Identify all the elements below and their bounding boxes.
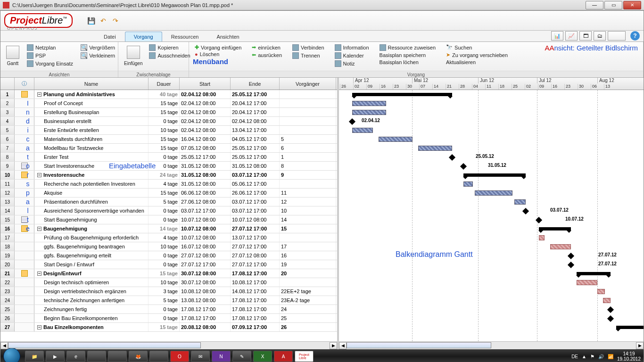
insert-task-button[interactable]: ✚Vorgang einfügen <box>193 44 243 51</box>
table-row[interactable]: 8Erster Test0 tage25.05.12 17:0025.05.12… <box>0 153 337 162</box>
view-icon-2[interactable]: 📈 <box>565 31 578 41</box>
tray-flag-icon[interactable]: ⚑ <box>590 354 594 359</box>
close-button[interactable]: ✕ <box>623 1 641 9</box>
info-button[interactable]: Information <box>333 44 371 51</box>
assign-resource-button[interactable]: Ressource zuweisen <box>378 44 438 51</box>
col-dauer[interactable]: Dauer <box>149 78 180 90</box>
tray-clock[interactable]: 14:1919.10.2012 <box>617 351 641 362</box>
tray-chevron-icon[interactable]: ▲ <box>582 354 586 359</box>
goto-task-button[interactable]: ➤Zu vorgang verschieben <box>444 51 510 58</box>
table-row[interactable]: 16−Baugenehmigung14 tage10.07.12 08:0027… <box>0 224 337 233</box>
table-row[interactable]: 14Ausreichend Sponsorenverträge vorhande… <box>0 206 337 215</box>
note-button[interactable]: Notiz <box>333 60 371 67</box>
help-icon[interactable]: ? <box>630 31 640 41</box>
delete-task-button[interactable]: ●Löschen <box>193 51 243 58</box>
table-row[interactable]: 10−Investorensuche24 tage31.05.12 08:000… <box>0 171 337 180</box>
view-icon-1[interactable]: 📊 <box>551 31 563 41</box>
tray-network-icon[interactable]: 📶 <box>608 354 613 359</box>
table-row[interactable]: 26Beginn Bau Einzelkomponenten0 tage17.0… <box>0 314 337 323</box>
taskbar-app1[interactable] <box>87 351 106 362</box>
table-row[interactable]: 9Start Investorensuche0 tage31.05.12 08:… <box>0 162 337 171</box>
netzplan-button[interactable]: Netzplan <box>25 44 75 51</box>
view-icon-4[interactable]: 🗂 <box>594 31 606 41</box>
redo-icon[interactable]: ↷ <box>111 16 120 25</box>
tab-ressourcen[interactable]: Ressourcen <box>162 32 208 41</box>
col-indicator[interactable]: ⓘ <box>15 78 34 90</box>
collapse-icon[interactable]: − <box>37 173 41 177</box>
col-start[interactable]: Start <box>180 78 231 90</box>
gantt-chart[interactable]: Balkendiagramm Gantt 02.04.1225.05.1231.… <box>339 90 644 341</box>
view-icon-3[interactable]: 🗔 <box>579 31 592 41</box>
table-row[interactable]: 17Prüfung ob Baugenehmigung erforderlich… <box>0 233 337 242</box>
menuband-link[interactable]: Menüband <box>193 58 243 66</box>
start-button[interactable] <box>3 348 20 362</box>
taskbar-ie[interactable]: e <box>66 351 85 362</box>
taskbar-explorer[interactable]: 📁 <box>25 351 44 362</box>
table-row[interactable]: 27−Bau Einzelkomponenten15 tage20.08.12 … <box>0 323 337 332</box>
delete-baseline-button[interactable]: Basisplan löchen <box>378 59 438 66</box>
table-row[interactable]: 5Erste Entwürfe erstellen10 tage02.04.12… <box>0 126 337 135</box>
col-name[interactable]: Name <box>34 78 149 90</box>
table-row[interactable]: 4Businessplan erstellt0 tage02.04.12 08:… <box>0 117 337 126</box>
table-row[interactable]: 6Materialtests durchführen15 tage16.04.1… <box>0 135 337 144</box>
table-row[interactable]: 12Akquise15 tage06.06.12 08:0026.06.12 1… <box>0 189 337 197</box>
collapse-icon[interactable]: − <box>37 325 41 329</box>
outdent-button[interactable]: ⬅ausrücken <box>250 51 284 58</box>
taskbar-onenote[interactable]: N <box>212 351 231 362</box>
taskbar-app3[interactable] <box>149 351 168 362</box>
taskbar-projectlibre[interactable]: ProjectLibre <box>295 351 314 362</box>
gantt-scroll-right-icon[interactable]: ▶ <box>636 342 644 349</box>
table-body[interactable]: Indicatorspalte Eingabetabelle 1−Planung… <box>0 90 337 341</box>
table-row[interactable]: 7Modellbau für Testzwecke15 tage07.05.12… <box>0 144 337 153</box>
save-icon[interactable]: 💾 <box>87 16 95 25</box>
tab-datei[interactable]: Datei <box>95 32 125 41</box>
indent-button[interactable]: ➡einrücken <box>250 44 284 51</box>
col-ende[interactable]: Ende <box>231 78 280 90</box>
table-row[interactable]: 23Design vertriebstechnisch ergänzen3 ta… <box>0 287 337 296</box>
view-icon-5[interactable] <box>608 31 626 41</box>
table-row[interactable]: 13Präsentationen durchführen5 tage27.06.… <box>0 197 337 206</box>
tab-ansichten[interactable]: Ansichten <box>207 32 248 41</box>
timeline-header[interactable]: Apr 12Mai 12Jun 12Jul 12Aug 122602091623… <box>339 78 644 90</box>
update-button[interactable]: Aktualisieren <box>444 59 510 66</box>
scroll-right-icon[interactable]: ▶ <box>330 342 337 349</box>
tray-volume-icon[interactable]: 🔊 <box>598 354 604 359</box>
minimize-button[interactable]: — <box>586 1 603 9</box>
table-row[interactable]: 24technische Zeichnungen anfertigen5 tag… <box>0 296 337 305</box>
link-button[interactable]: Verbinden <box>290 44 326 51</box>
psp-button[interactable]: PSP <box>25 52 75 59</box>
collapse-icon[interactable]: − <box>37 227 41 231</box>
col-vorgaenger[interactable]: Vorgänger <box>280 78 336 90</box>
gantt-button[interactable]: Gantt <box>4 44 21 71</box>
table-hscrollbar[interactable]: ◀ ▶ <box>0 341 337 349</box>
undo-icon[interactable]: ↶ <box>99 16 107 25</box>
collapse-icon[interactable]: − <box>37 92 41 97</box>
taskbar-pdf[interactable]: A <box>274 351 293 362</box>
taskbar-firefox[interactable]: 🦊 <box>129 351 148 362</box>
gantt-hscrollbar[interactable]: ◀ ▶ <box>339 341 644 349</box>
maximize-button[interactable]: ▭ <box>604 1 622 9</box>
table-row[interactable]: 25Zeichnungen fertig0 tage17.08.12 17:00… <box>0 305 337 314</box>
vorgang-einsatz-button[interactable]: Vorgang Einsatz <box>25 60 75 67</box>
copy-button[interactable]: Kopieren <box>147 44 192 51</box>
cut-button[interactable]: Ausschneiden <box>147 52 192 59</box>
search-button[interactable]: 🔭Suchen <box>444 44 510 51</box>
table-row[interactable]: 20Start Design / Entwurf0 tage27.07.12 1… <box>0 260 337 269</box>
table-row[interactable]: 3Erstellung Businessplan15 tage02.04.12 … <box>0 108 337 117</box>
save-baseline-button[interactable]: Basisplan speichern <box>378 52 438 58</box>
table-row[interactable]: 15Start Baugenehmigung0 tage10.07.12 08:… <box>0 215 337 224</box>
col-rownum[interactable] <box>0 78 15 90</box>
unlink-button[interactable]: Trennen <box>290 52 326 59</box>
collapse-icon[interactable]: − <box>37 272 41 276</box>
zoom-in-button[interactable]: 🔍Vergrößern <box>79 44 117 51</box>
table-row[interactable]: 2Proof of Concept15 tage02.04.12 08:0020… <box>0 99 337 108</box>
taskbar-outlook[interactable]: ✉ <box>191 351 210 362</box>
paste-button[interactable]: Einfügen <box>122 44 144 71</box>
taskbar-media[interactable]: ▶ <box>46 351 65 362</box>
table-row[interactable]: 21−Design/Entwurf15 tage30.07.12 08:0017… <box>0 269 337 278</box>
table-row[interactable]: 22Design technisch optimieren10 tage30.0… <box>0 278 337 287</box>
taskbar-vodafone[interactable]: O <box>170 351 189 362</box>
taskbar-excel[interactable]: X <box>253 351 272 362</box>
table-row[interactable]: 11Recherche nach potentiellen Investoren… <box>0 180 337 189</box>
tray-lang[interactable]: DE <box>571 354 578 359</box>
